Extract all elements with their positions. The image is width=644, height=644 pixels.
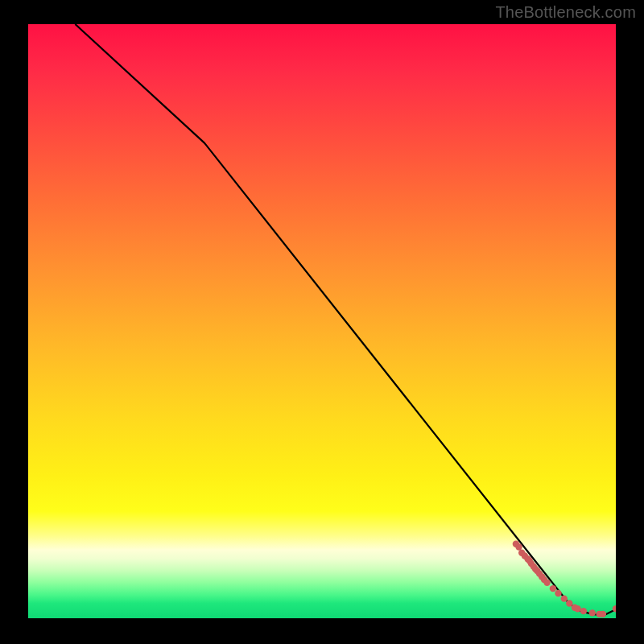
svg-point-13 (543, 580, 550, 586)
svg-point-21 (589, 609, 596, 616)
svg-point-15 (555, 590, 561, 597)
svg-point-16 (561, 595, 568, 601)
chart-overlay (28, 24, 616, 618)
svg-point-14 (550, 585, 556, 592)
watermark-text: TheBottleneck.com (495, 3, 636, 22)
svg-point-20 (580, 608, 587, 614)
curve-line (75, 24, 616, 615)
svg-point-1 (515, 543, 522, 550)
svg-point-23 (600, 611, 606, 617)
svg-point-17 (566, 600, 572, 606)
svg-point-19 (574, 605, 580, 612)
